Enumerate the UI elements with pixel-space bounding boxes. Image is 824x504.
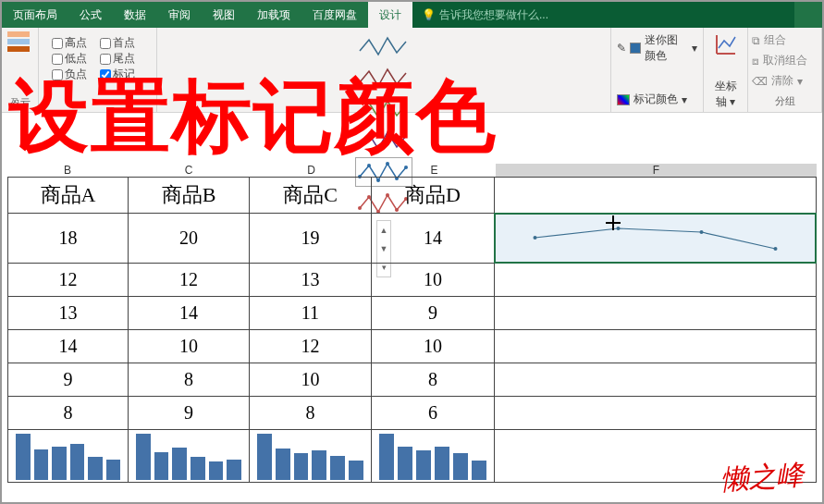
ribbon-tab-bar: 页面布局 公式 数据 审阅 视图 加载项 百度网盘 设计 💡 告诉我您想要做什么… — [2, 2, 822, 28]
table-row: 18 20 19 14 — [8, 214, 817, 264]
cell[interactable]: 9 — [372, 297, 495, 330]
ribbon-end — [794, 2, 822, 28]
grouping-group: ⧉组合 ⧈取消组合 ⌫清除 ▾ 分组 — [748, 28, 822, 112]
cell-header-a[interactable]: 商品A — [8, 178, 129, 214]
check-highpoint[interactable]: 高点 — [52, 35, 87, 51]
grouping-label: 分组 — [752, 92, 818, 108]
cell[interactable]: 9 — [8, 363, 129, 397]
tab-baidu[interactable]: 百度网盘 — [301, 2, 368, 28]
cell[interactable]: 8 — [129, 363, 250, 397]
sparkline-row — [8, 430, 817, 483]
check-lastpoint[interactable]: 尾点 — [100, 51, 135, 67]
sparkline-color-button[interactable]: ✎ 迷你图颜色 ▾ — [617, 31, 697, 65]
cell[interactable] — [495, 264, 817, 297]
cell-header-f[interactable] — [495, 178, 817, 214]
cell[interactable]: 10 — [372, 330, 495, 363]
pen-icon: ✎ — [617, 42, 626, 55]
cell[interactable] — [495, 397, 817, 430]
check-firstpoint[interactable]: 首点 — [100, 35, 135, 51]
check-lowpoint[interactable]: 低点 — [52, 51, 87, 67]
tab-page-layout[interactable]: 页面布局 — [2, 2, 68, 28]
tab-data[interactable]: 数据 — [113, 2, 157, 28]
column-sparkline-a[interactable] — [8, 430, 129, 483]
sparkline-color-swatch — [630, 43, 641, 54]
ungroup-icon: ⧈ — [752, 55, 759, 68]
winloss-icon[interactable] — [7, 31, 32, 52]
svg-point-16 — [700, 230, 704, 234]
tell-me-placeholder: 告诉我您想要做什么... — [439, 7, 548, 23]
cell[interactable]: 8 — [250, 397, 372, 430]
overlay-annotation: 设置标记颜色 — [9, 76, 498, 155]
cell-header-b[interactable]: 商品B — [129, 178, 250, 214]
author-signature: 懒之峰 — [719, 456, 806, 499]
col-header-c[interactable]: C — [128, 164, 250, 177]
cell[interactable] — [495, 363, 817, 397]
tab-review[interactable]: 审阅 — [157, 2, 202, 28]
tab-addins[interactable]: 加载项 — [246, 2, 301, 28]
svg-point-15 — [617, 227, 621, 230]
col-header-e[interactable]: E — [373, 164, 496, 177]
cell[interactable]: 6 — [372, 397, 495, 430]
tab-view[interactable]: 视图 — [202, 2, 246, 28]
table-row: 1314119 — [8, 297, 817, 330]
tab-design[interactable]: 设计 — [368, 2, 412, 28]
cell[interactable]: 9 — [129, 397, 250, 430]
cell[interactable] — [495, 297, 817, 330]
cell[interactable]: 10 — [372, 264, 495, 297]
data-grid[interactable]: 商品A 商品B 商品C 商品D 18 20 19 14 12121310 131… — [7, 177, 817, 483]
cell-header-c[interactable]: 商品C — [250, 178, 372, 214]
cell[interactable]: 12 — [250, 330, 372, 363]
color-group: ✎ 迷你图颜色 ▾ 标记颜色 ▾ — [611, 28, 704, 112]
cell-header-d[interactable]: 商品D — [372, 178, 495, 214]
group-icon: ⧉ — [752, 34, 760, 47]
cell[interactable]: 8 — [372, 363, 495, 397]
cell[interactable]: 18 — [8, 214, 129, 264]
lightbulb-icon: 💡 — [422, 8, 436, 21]
column-sparkline-b[interactable] — [129, 430, 250, 483]
axis-label[interactable]: 坐标轴 ▾ — [709, 79, 742, 110]
column-sparkline-c[interactable] — [250, 430, 372, 483]
cell[interactable] — [495, 330, 817, 363]
header-row: 商品A 商品B 商品C 商品D — [8, 178, 817, 214]
marker-color-swatch — [617, 94, 630, 105]
cell[interactable]: 12 — [129, 264, 250, 297]
cell[interactable]: 19 — [250, 214, 372, 264]
cell[interactable]: 12 — [8, 264, 129, 297]
table-row: 8986 — [8, 397, 817, 430]
marker-color-label: 标记颜色 — [633, 92, 678, 107]
group-uncombine[interactable]: ⧈取消组合 — [752, 52, 818, 69]
cell[interactable]: 8 — [8, 397, 129, 430]
chevron-down-icon: ▾ — [682, 93, 687, 106]
table-row: 14101210 — [8, 330, 817, 363]
svg-point-14 — [534, 236, 537, 240]
table-row: 12121310 — [8, 264, 817, 297]
col-header-d[interactable]: D — [250, 164, 373, 177]
style-1[interactable] — [355, 31, 412, 61]
svg-point-17 — [774, 247, 778, 251]
axis-group: 坐标轴 ▾ — [704, 28, 748, 112]
cell[interactable]: 20 — [129, 214, 250, 264]
cell[interactable]: 10 — [250, 363, 372, 397]
marker-color-button[interactable]: 标记颜色 ▾ — [617, 91, 697, 108]
group-combine[interactable]: ⧉组合 — [752, 31, 818, 49]
cell[interactable]: 11 — [250, 297, 372, 330]
sparkline-color-label: 迷你图颜色 — [645, 32, 689, 64]
col-header-f[interactable]: F — [496, 164, 817, 177]
cell[interactable]: 13 — [250, 264, 372, 297]
chevron-down-icon: ▾ — [692, 42, 697, 55]
col-header-b[interactable]: B — [7, 164, 128, 177]
eraser-icon: ⌫ — [752, 75, 768, 88]
column-sparkline-d[interactable] — [372, 430, 495, 483]
tab-formula[interactable]: 公式 — [68, 2, 113, 28]
cell[interactable]: 13 — [8, 297, 129, 330]
tell-me-search[interactable]: 💡 告诉我您想要做什么... — [412, 2, 794, 28]
column-headers: B C D E F — [7, 164, 817, 177]
axis-icon[interactable] — [713, 31, 739, 57]
spreadsheet: B C D E F 商品A 商品B 商品C 商品D 18 20 19 14 12… — [7, 164, 817, 483]
selected-sparkline-cell[interactable] — [495, 214, 817, 264]
cell[interactable]: 14 — [129, 297, 250, 330]
cell[interactable]: 14 — [372, 214, 495, 264]
cell[interactable]: 10 — [129, 330, 250, 363]
cell[interactable]: 14 — [8, 330, 129, 363]
group-clear[interactable]: ⌫清除 ▾ — [752, 72, 818, 90]
